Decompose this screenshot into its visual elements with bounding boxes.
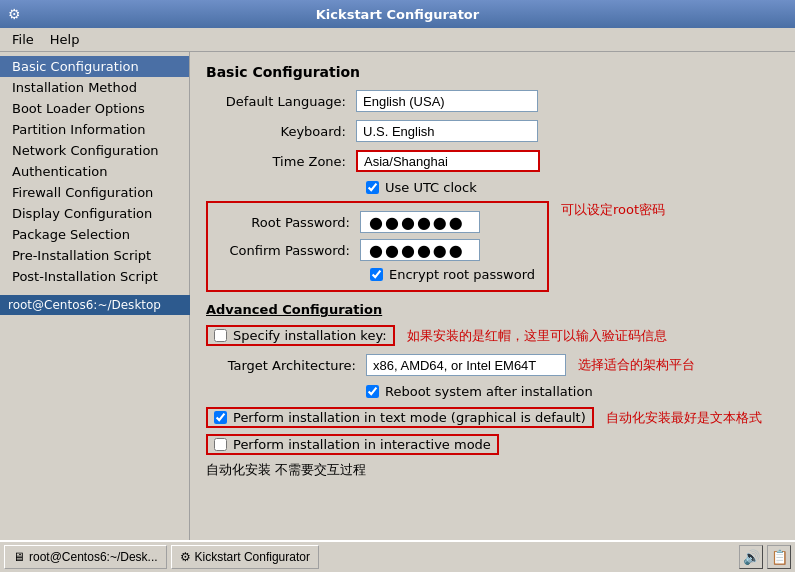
text-mode-label: Perform installation in text mode (graph… — [233, 410, 586, 425]
advanced-config-title: Advanced Configuration — [206, 302, 779, 317]
confirm-password-row: Confirm Password: ●●●●●● — [220, 239, 535, 261]
title-text: Kickstart Configurator — [316, 7, 479, 22]
menu-file[interactable]: File — [4, 30, 42, 49]
target-arch-label: Target Architecture: — [206, 358, 366, 373]
sidebar-item-firewall[interactable]: Firewall Configuration — [0, 182, 189, 203]
text-mode-checkbox[interactable] — [214, 411, 227, 424]
sidebar: Basic Configuration Installation Method … — [0, 52, 190, 540]
target-arch-note: 选择适合的架构平台 — [578, 356, 695, 374]
content-area: Basic Configuration Default Language: Ke… — [190, 52, 795, 540]
encrypt-row: Encrypt root password — [220, 267, 535, 282]
install-key-row: Specify installation key: 如果安装的是红帽，这里可以输… — [206, 325, 779, 346]
volume-icon: 🔊 — [743, 549, 760, 565]
utc-clock-row: Use UTC clock — [206, 180, 779, 195]
sidebar-item-post-install[interactable]: Post-Installation Script — [0, 266, 189, 287]
utc-clock-label: Use UTC clock — [385, 180, 477, 195]
confirm-password-input[interactable]: ●●●●●● — [360, 239, 480, 261]
configurator-icon: ⚙ — [180, 550, 191, 564]
reboot-label: Reboot system after installation — [385, 384, 593, 399]
password-box: Root Password: ●●●●●● Confirm Password: … — [206, 201, 549, 292]
menu-bar: File Help — [0, 28, 795, 52]
clipboard-icon-btn[interactable]: 📋 — [767, 545, 791, 569]
basic-config-title: Basic Configuration — [206, 64, 779, 80]
utc-clock-checkbox[interactable] — [366, 181, 379, 194]
interactive-mode-label: Perform installation in interactive mode — [233, 437, 491, 452]
install-key-note: 如果安装的是红帽，这里可以输入验证码信息 — [407, 327, 667, 345]
taskbar: 🖥 root@Centos6:~/Desk... ⚙ Kickstart Con… — [0, 540, 795, 572]
keyboard-label: Keyboard: — [206, 124, 356, 139]
default-language-group: Default Language: — [206, 90, 779, 112]
keyboard-group: Keyboard: — [206, 120, 779, 142]
target-arch-input[interactable] — [366, 354, 566, 376]
taskbar-right: 🔊 📋 — [739, 545, 791, 569]
terminal-icon: 🖥 — [13, 550, 25, 564]
sidebar-item-partition-information[interactable]: Partition Information — [0, 119, 189, 140]
sidebar-item-network-configuration[interactable]: Network Configuration — [0, 140, 189, 161]
sidebar-item-installation-method[interactable]: Installation Method — [0, 77, 189, 98]
reboot-row: Reboot system after installation — [206, 384, 779, 399]
root-password-row: Root Password: ●●●●●● — [220, 211, 535, 233]
taskbar-terminal-btn[interactable]: 🖥 root@Centos6:~/Desk... — [4, 545, 167, 569]
default-language-label: Default Language: — [206, 94, 356, 109]
volume-icon-btn[interactable]: 🔊 — [739, 545, 763, 569]
keyboard-input[interactable] — [356, 120, 538, 142]
install-key-box: Specify installation key: — [206, 325, 395, 346]
timezone-input[interactable] — [356, 150, 540, 172]
sidebar-footer: root@Centos6:~/Desktop — [0, 295, 190, 315]
confirm-password-label: Confirm Password: — [220, 243, 360, 258]
password-section: Root Password: ●●●●●● Confirm Password: … — [206, 201, 779, 292]
install-key-checkbox[interactable] — [214, 329, 227, 342]
interactive-mode-checkbox[interactable] — [214, 438, 227, 451]
interactive-mode-row: Perform installation in interactive mode — [206, 434, 779, 455]
timezone-label: Time Zone: — [206, 154, 356, 169]
encrypt-password-checkbox[interactable] — [370, 268, 383, 281]
title-bar: ⚙ Kickstart Configurator — [0, 0, 795, 28]
reboot-checkbox[interactable] — [366, 385, 379, 398]
sidebar-item-basic-configuration[interactable]: Basic Configuration — [0, 56, 189, 77]
install-key-label: Specify installation key: — [233, 328, 387, 343]
advanced-config-section: Advanced Configuration Specify installat… — [206, 302, 779, 479]
sidebar-item-pre-install[interactable]: Pre-Installation Script — [0, 245, 189, 266]
sidebar-item-authentication[interactable]: Authentication — [0, 161, 189, 182]
interactive-mode-box: Perform installation in interactive mode — [206, 434, 499, 455]
sidebar-item-boot-loader[interactable]: Boot Loader Options — [0, 98, 189, 119]
text-mode-note: 自动化安装最好是文本格式 — [606, 409, 762, 427]
text-mode-row: Perform installation in text mode (graph… — [206, 407, 779, 428]
clipboard-icon: 📋 — [771, 549, 788, 565]
main-layout: Basic Configuration Installation Method … — [0, 52, 795, 540]
encrypt-password-label: Encrypt root password — [389, 267, 535, 282]
taskbar-terminal-label: root@Centos6:~/Desk... — [29, 550, 158, 564]
root-password-note: 可以设定root密码 — [561, 201, 665, 219]
root-password-label: Root Password: — [220, 215, 360, 230]
taskbar-configurator-btn[interactable]: ⚙ Kickstart Configurator — [171, 545, 319, 569]
menu-help[interactable]: Help — [42, 30, 88, 49]
target-arch-row: Target Architecture: 选择适合的架构平台 — [206, 354, 779, 376]
root-password-input[interactable]: ●●●●●● — [360, 211, 480, 233]
taskbar-configurator-label: Kickstart Configurator — [195, 550, 310, 564]
default-language-input[interactable] — [356, 90, 538, 112]
app-icon: ⚙ — [8, 6, 21, 22]
sidebar-item-packages[interactable]: Package Selection — [0, 224, 189, 245]
advanced-footer-note: 自动化安装 不需要交互过程 — [206, 461, 779, 479]
text-mode-box: Perform installation in text mode (graph… — [206, 407, 594, 428]
sidebar-item-display[interactable]: Display Configuration — [0, 203, 189, 224]
timezone-group: Time Zone: — [206, 150, 779, 172]
